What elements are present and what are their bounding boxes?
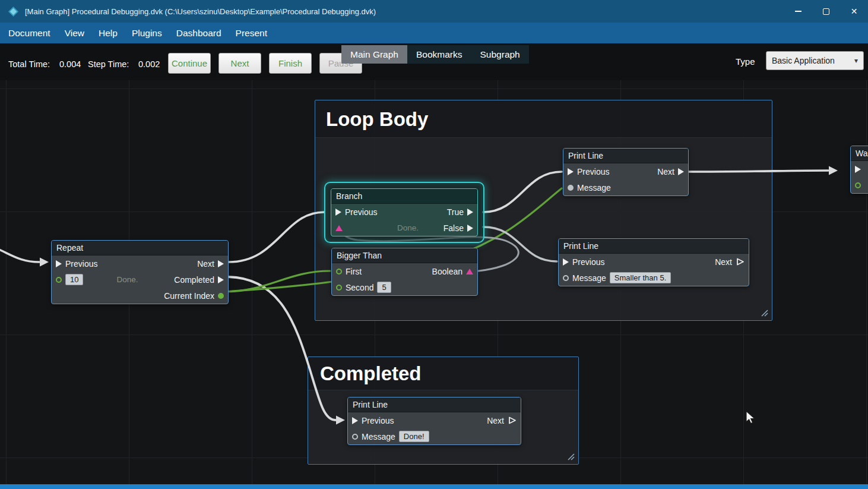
exec-out-pin[interactable] [508,416,517,425]
exec-in-pin[interactable] [563,258,569,266]
boolean-out-pin[interactable] [466,269,473,275]
minimize-button[interactable] [784,0,812,23]
pin-label: Previous [577,167,609,176]
app-icon [8,6,19,17]
close-button[interactable]: ✕ [840,0,868,23]
group-title: Completed [308,357,578,390]
node-branch[interactable]: Branch Previous True Done. False [331,188,478,236]
maximize-button[interactable] [812,0,840,23]
close-icon: ✕ [851,7,858,15]
selection-highlight: Branch Previous True Done. False [324,182,484,243]
finish-button[interactable]: Finish [269,53,312,74]
resize-handle-icon[interactable] [566,452,575,461]
data-in-pin[interactable] [336,285,342,291]
mouse-cursor [745,411,758,425]
node-wait[interactable]: Wai [850,146,868,194]
message-value-field[interactable]: Done! [399,431,429,442]
exec-out-pin[interactable] [467,209,473,216]
exec-out-pin[interactable] [678,168,684,175]
exec-out-pin[interactable] [467,225,473,232]
graph-tab-strip: Main Graph Bookmarks Subgraph [341,45,529,64]
menu-document[interactable]: Document [1,23,58,43]
exec-out-pin[interactable] [218,260,224,267]
pin-label: Previous [362,416,394,425]
exec-out-pin[interactable] [218,276,224,283]
minimize-icon [795,11,802,12]
pin-label: Previous [572,257,604,267]
pin-label: Message [362,432,395,441]
menu-bar: Document View Help Plugins Dashboard Pre… [0,23,868,43]
tab-main-graph[interactable]: Main Graph [341,45,407,64]
message-in-pin[interactable] [352,434,358,440]
done-status: Done. [116,275,138,284]
count-value-field[interactable]: 10 [65,274,83,285]
menu-help[interactable]: Help [91,23,125,43]
pin-label: Next [715,257,732,267]
window-title: [Main Graph] Procedural Debugging.dvk (C… [25,7,376,16]
node-title: Bigger Than [332,248,477,263]
node-row: Previous Next [52,255,228,272]
node-print-line-mid[interactable]: Print Line Previous Next Message Smaller… [558,238,749,286]
menu-present[interactable]: Present [229,23,274,43]
continue-button[interactable]: Continue [168,53,211,74]
node-title: Branch [331,189,477,204]
chevron-down-icon: ▾ [854,56,858,65]
exec-out-pin[interactable] [736,257,745,266]
maximize-icon [823,8,829,15]
type-label: Type [736,56,755,67]
total-time-label: Total Time: [8,59,50,69]
pin-label: Previous [345,207,377,217]
data-in-pin[interactable] [855,182,861,188]
exec-in-pin[interactable] [352,417,358,424]
next-button[interactable]: Next [218,53,261,74]
window-controls: ✕ [784,0,868,23]
node-row: Message Done! [348,428,521,444]
tab-subgraph[interactable]: Subgraph [471,45,529,64]
pin-label: Message [572,273,606,283]
message-value-field[interactable]: Smaller than 5. [610,272,671,283]
message-in-pin[interactable] [563,275,569,281]
node-row: Message Smaller than 5. [559,270,749,286]
step-time-label: Step Time: [88,59,129,69]
menu-dashboard[interactable]: Dashboard [169,23,229,43]
node-print-line-done[interactable]: Print Line Previous Next Message Done! [347,397,521,445]
type-dropdown-value: Basic Application [772,56,835,65]
second-value-field[interactable]: 5 [377,282,391,293]
exec-in-pin[interactable] [855,166,861,173]
condition-in-pin[interactable] [335,225,343,231]
exec-in-pin[interactable] [335,209,341,216]
title-bar[interactable]: [Main Graph] Procedural Debugging.dvk (C… [0,0,868,23]
node-title: Wai [851,146,868,161]
node-title: Repeat [52,241,228,255]
exec-in-pin[interactable] [56,260,62,267]
node-row: Second 5 [332,279,477,295]
tab-bookmarks[interactable]: Bookmarks [407,45,471,64]
node-bigger-than[interactable]: Bigger Than First Boolean Second 5 [331,248,478,296]
node-repeat[interactable]: Repeat Previous Next 10 Done. Completed … [51,240,229,304]
done-status: Done. [397,223,419,232]
exec-in-pin[interactable] [568,168,574,175]
type-dropdown[interactable]: Basic Application ▾ [766,51,864,70]
node-row: Current Index [52,288,228,304]
menu-view[interactable]: View [58,23,91,43]
message-in-pin[interactable] [568,185,574,191]
node-row: Message [563,179,688,195]
node-print-line-top[interactable]: Print Line Previous Next Message [563,148,689,196]
node-row: Previous Next [563,163,688,179]
node-title: Print Line [348,397,521,412]
menu-plugins[interactable]: Plugins [125,23,169,43]
data-in-pin[interactable] [56,277,62,283]
pin-label: Next [487,416,504,425]
data-in-pin[interactable] [336,269,342,275]
pin-label: Completed [174,275,214,285]
node-title: Print Line [563,149,688,163]
group-title: Loop Body [315,100,772,138]
resize-handle-icon[interactable] [760,308,769,317]
pin-label: Boolean [432,267,462,276]
toolbar: Total Time: 0.004 Step Time: 0.002 Conti… [0,43,868,80]
pin-label: Previous [65,259,97,269]
node-row: 10 Done. Completed [52,272,228,288]
data-out-pin[interactable] [218,293,224,299]
node-row [851,177,868,193]
pin-label: Message [577,183,611,193]
